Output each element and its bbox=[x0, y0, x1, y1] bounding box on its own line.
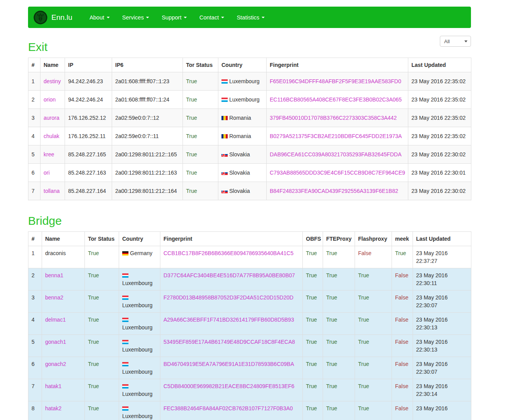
navbar: Enn.lu About Services Support Contact St… bbox=[28, 7, 471, 28]
tor-status: True bbox=[183, 91, 218, 109]
nav-item-about[interactable]: About bbox=[83, 7, 116, 28]
fingerprint-link[interactable]: 379FB450010D17078B3766C2273303C358C3A442 bbox=[270, 115, 397, 121]
col-header-ip6: IP6 bbox=[112, 58, 183, 72]
fingerprint-link[interactable]: C793AB88565DDD3C9E4C6F15CCB9D8C7EF964CE9 bbox=[270, 170, 405, 176]
nav-item-label: Contact bbox=[199, 14, 219, 21]
bridge-name-link[interactable]: benna1 bbox=[45, 272, 63, 278]
flag-lu-icon bbox=[221, 79, 228, 84]
fingerprint-link[interactable]: C5DB84000E969982B21EACE8BC24809FE8513EF6 bbox=[163, 383, 294, 389]
bridge-name-link[interactable]: gonach1 bbox=[45, 339, 66, 345]
relay-name-link[interactable]: destiny bbox=[44, 78, 61, 84]
brand-title: Enn.lu bbox=[51, 13, 72, 22]
relay-name-link[interactable]: ori bbox=[44, 170, 50, 176]
flag-lu-icon bbox=[221, 98, 228, 102]
last-updated: 23 May 2016 22:30:13 bbox=[413, 335, 471, 357]
chevron-down-icon bbox=[107, 17, 110, 18]
relay-name-link[interactable]: chulak bbox=[44, 133, 59, 139]
ennlu-logo-icon bbox=[33, 10, 47, 24]
fingerprint-link[interactable]: F2780D013B48958B87052D3F2D4A51C20D15D20D bbox=[163, 294, 293, 301]
relay-name-link[interactable]: aurora bbox=[44, 115, 59, 121]
filter-select-wrap: All bbox=[440, 36, 471, 47]
fingerprint-link[interactable]: EC116BCB80565A408CE67F8EC3FE3B0B02C3A065 bbox=[270, 96, 402, 103]
nav-item-support[interactable]: Support bbox=[155, 7, 193, 28]
last-updated: 23 May 2016 22:30:02 bbox=[408, 145, 471, 164]
fingerprint-link[interactable]: CCB1BC17B8F26B6B6366E8094786935640BA41C5 bbox=[163, 250, 293, 256]
bridge-name-link-cell: benna2 bbox=[42, 290, 85, 313]
country-cell: Romania bbox=[218, 109, 267, 127]
flag-lu-icon bbox=[122, 273, 128, 278]
bridge-table-row: 5gonach1TrueLuxembourg53495EF859E17A4B61… bbox=[28, 335, 471, 357]
nav-items: About Services Support Contact Statistic… bbox=[83, 7, 271, 28]
fingerprint-link[interactable]: B0279A521375F3CB2AE210BDBFC645FDD2E1973A bbox=[270, 133, 402, 139]
bridge-table: # Name Tor Status Country Fingerprint OB… bbox=[28, 231, 471, 420]
exit-table-row: 1destiny94.242.246.232a01:608:ffff:ff07:… bbox=[28, 72, 471, 91]
meek-status: False bbox=[392, 401, 413, 420]
meek-status: False bbox=[392, 268, 413, 290]
row-number: 7 bbox=[28, 379, 42, 401]
relay-name-link[interactable]: orion bbox=[44, 96, 56, 103]
obfs-status: True bbox=[303, 290, 323, 313]
col-header-name: Name bbox=[42, 232, 85, 246]
brand-link[interactable]: Enn.lu bbox=[32, 10, 83, 24]
col-header-name: Name bbox=[40, 58, 65, 72]
tor-status: True bbox=[85, 313, 119, 335]
fingerprint-link-cell: F2780D013B48958B87052D3F2D4A51C20D15D20D bbox=[160, 290, 303, 313]
meek-status: False bbox=[392, 379, 413, 401]
relay-ip6: 2a00:1298:8011:212::163 bbox=[112, 164, 183, 182]
country-cell: Luxembourg bbox=[218, 72, 267, 91]
fingerprint-link[interactable]: B84F248233FEA90CAD439F292556A3139F6E1B82 bbox=[270, 188, 398, 194]
row-number: 4 bbox=[28, 127, 40, 145]
relay-name-link[interactable]: tollana bbox=[44, 188, 60, 194]
country-cell: Germany bbox=[119, 246, 160, 268]
fteproxy-status: True bbox=[323, 379, 355, 401]
bridge-name-link[interactable]: hatak1 bbox=[45, 383, 61, 389]
col-header-last-updated: Last Updated bbox=[408, 58, 471, 72]
col-header-last-updated: Last Updated bbox=[413, 232, 471, 246]
fingerprint-link[interactable]: A29A66C36EBFF1F741BD32614179FFB60D8D5B93 bbox=[163, 317, 294, 323]
flag-ro-icon bbox=[221, 116, 228, 120]
country-name: Romania bbox=[229, 133, 251, 139]
country-name: Slovakia bbox=[229, 151, 250, 158]
flag-lu-icon bbox=[122, 362, 128, 366]
flag-de-icon bbox=[122, 251, 128, 256]
flag-lu-icon bbox=[122, 340, 128, 344]
fingerprint-link[interactable]: D377C64AFC3404BE4E516D7A77F8B95A0BE80B07 bbox=[163, 272, 295, 278]
country-cell: Luxembourg bbox=[119, 313, 160, 335]
bridge-name-link[interactable]: benna2 bbox=[45, 294, 63, 301]
fingerprint-link[interactable]: FEC388B2464F8A84AF02CB762B107F7127F0B3A0 bbox=[163, 405, 293, 411]
last-updated: 23 May 2016 22:30:02 bbox=[408, 182, 471, 200]
fingerprint-link[interactable]: F65E0196C94DFFF48AFBF2F5F9E3E19AAE583FD0 bbox=[270, 78, 401, 84]
col-header-country: Country bbox=[119, 232, 160, 246]
country-cell: Luxembourg bbox=[119, 379, 160, 401]
fteproxy-status: True bbox=[323, 357, 355, 379]
fingerprint-link[interactable]: DAB96CEA61CC039A803217035293FAB32645FDDA bbox=[270, 151, 402, 158]
flashproxy-status: True bbox=[355, 290, 392, 313]
flashproxy-status: True bbox=[355, 379, 392, 401]
flashproxy-status: False bbox=[355, 246, 392, 268]
nav-item-services[interactable]: Services bbox=[116, 7, 156, 28]
bridge-name-link-cell: gonach2 bbox=[42, 357, 85, 379]
row-number: 6 bbox=[28, 164, 40, 182]
nav-item-contact[interactable]: Contact bbox=[193, 7, 230, 28]
nav-item-statistics[interactable]: Statistics bbox=[230, 7, 271, 28]
relay-name-link[interactable]: kree bbox=[44, 151, 54, 158]
meek-status: False bbox=[392, 335, 413, 357]
fingerprint-link-cell: B0279A521375F3CB2AE210BDBFC645FDD2E1973A bbox=[267, 127, 408, 145]
nav-item-label: About bbox=[90, 14, 104, 21]
country-name: Luxembourg bbox=[122, 324, 153, 331]
fingerprint-link[interactable]: 53495EF859E17A4B61749E48D9CCAF18C8F4ECA8 bbox=[163, 339, 295, 345]
filter-select[interactable]: All bbox=[440, 36, 471, 47]
flashproxy-status: True bbox=[355, 401, 392, 420]
relay-ip6: 2a01:608:ffff:ff07::1:23 bbox=[112, 72, 183, 91]
bridge-name-link[interactable]: delmac1 bbox=[45, 317, 66, 323]
col-header-num: # bbox=[28, 58, 40, 72]
bridge-name-link[interactable]: gonach2 bbox=[45, 361, 66, 367]
fingerprint-link[interactable]: BD46704919E5EA7A796E91A1E31D78593B6C09BA bbox=[163, 361, 294, 367]
bridge-table-row: 3benna2TrueLuxembourgF2780D013B48958B870… bbox=[28, 290, 471, 313]
tor-status: True bbox=[183, 72, 218, 91]
country-name: Slovakia bbox=[229, 170, 250, 176]
col-header-fingerprint: Fingerprint bbox=[160, 232, 303, 246]
meek-status: False bbox=[392, 313, 413, 335]
tor-status: True bbox=[183, 109, 218, 127]
bridge-name-link[interactable]: hatak2 bbox=[45, 405, 61, 411]
